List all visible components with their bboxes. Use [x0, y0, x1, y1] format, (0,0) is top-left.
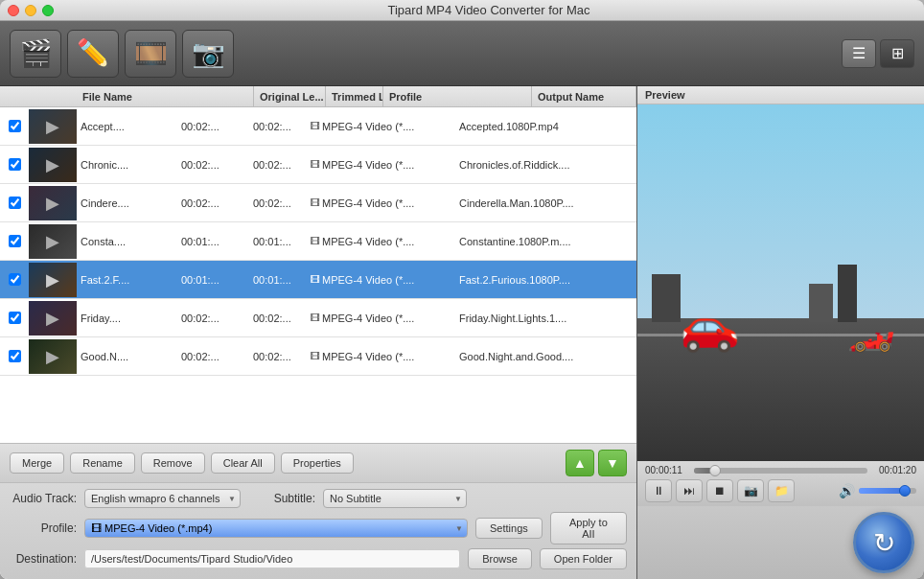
traffic-lights — [8, 5, 54, 16]
profile-select[interactable]: 🎞 MPEG-4 Video (*.mp4) — [84, 519, 468, 538]
rename-button[interactable]: Rename — [70, 452, 135, 474]
toolbar: 🎬 ✏️ 🎞️ 📷 ☰ ⊞ — [0, 21, 924, 86]
cell-output-2: Cinderella.Man.1080P.... — [455, 197, 636, 209]
camera-icon: 📷 — [744, 484, 758, 498]
destination-label: Destination: — [10, 552, 77, 566]
table-row[interactable]: ▶ Cindere.... 00:02:... 00:02:... 🎞MPEG-… — [0, 184, 636, 222]
row-thumbnail-6: ▶ — [29, 339, 77, 374]
cell-original-3: 00:01:... — [177, 236, 249, 247]
browse-button[interactable]: Browse — [468, 548, 532, 569]
audio-track-label: Audio Track: — [10, 492, 77, 505]
row-checkbox-2[interactable] — [0, 197, 29, 209]
edit-button[interactable]: ✏️ — [67, 30, 119, 78]
cell-output-3: Constantine.1080P.m.... — [455, 236, 636, 247]
profile-select-wrapper: 🎞 MPEG-4 Video (*.mp4) — [84, 519, 468, 538]
down-arrow-icon: ▼ — [606, 455, 619, 471]
volume-slider[interactable] — [859, 488, 916, 494]
cell-output-1: Chronicles.of.Riddick.... — [455, 159, 636, 171]
cell-original-2: 00:02:... — [177, 197, 249, 209]
cell-trimmed-0: 00:02:... — [249, 121, 307, 132]
stop-button[interactable]: ⏹ — [706, 479, 733, 502]
maximize-button[interactable] — [42, 5, 54, 16]
bottom-toolbar: Merge Rename Remove Clear All Properties… — [0, 443, 636, 482]
row-checkbox-3[interactable] — [0, 235, 29, 247]
row-thumbnail-5: ▶ — [29, 301, 77, 336]
cell-trimmed-5: 00:02:... — [249, 313, 307, 324]
cell-output-5: Friday.Night.Lights.1.... — [455, 313, 636, 324]
volume-icon: 🔊 — [839, 483, 855, 498]
subtitle-select[interactable]: No Subtitle — [323, 489, 467, 508]
row-checkbox-4[interactable] — [0, 273, 29, 286]
car-scene: 🚗 🏎️ — [637, 104, 924, 461]
clip-button[interactable]: 🎞️ — [125, 30, 176, 78]
convert-button[interactable] — [853, 512, 914, 573]
cell-profile-2: 🎞MPEG-4 Video (*.... — [307, 197, 455, 209]
open-folder-button[interactable]: Open Folder — [540, 548, 627, 569]
folder-icon: 📁 — [774, 484, 789, 498]
row-thumbnail-2: ▶ — [29, 186, 77, 220]
cell-original-5: 00:02:... — [177, 313, 249, 324]
detail-view-button[interactable]: ⊞ — [880, 39, 914, 68]
preview-header: Preview — [637, 86, 924, 104]
destination-row: Destination: /Users/test/Documents/Tipar… — [10, 548, 627, 569]
table-row[interactable]: ▶ Accept.... 00:02:... 00:02:... 🎞MPEG-4… — [0, 107, 636, 146]
cell-trimmed-1: 00:02:... — [249, 159, 307, 171]
clear-all-button[interactable]: Clear All — [211, 452, 275, 474]
properties-button[interactable]: Properties — [281, 452, 354, 474]
add-video-button[interactable]: 🎬 — [10, 30, 61, 78]
col-header-filename: File Name — [77, 86, 254, 106]
pause-button[interactable]: ⏸ — [645, 479, 672, 502]
table-row[interactable]: ▶ Fast.2.F.... 00:01:... 00:01:... 🎞MPEG… — [0, 261, 636, 299]
move-up-button[interactable]: ▲ — [566, 450, 594, 476]
cell-original-4: 00:01:... — [177, 274, 249, 286]
minimize-button[interactable] — [25, 5, 36, 16]
cell-filename-5: Friday.... — [77, 313, 177, 324]
detail-icon: ⊞ — [891, 44, 904, 62]
time-bar: 00:00:11 00:01:20 — [645, 465, 916, 475]
merge-button[interactable]: Merge — [10, 452, 64, 474]
building-3 — [838, 265, 857, 322]
col-header-output: Output Name — [532, 86, 636, 106]
cell-filename-2: Cindere.... — [77, 197, 177, 209]
subtitle-select-wrapper: No Subtitle — [323, 489, 467, 508]
audio-track-select[interactable]: English wmapro 6 channels — [84, 489, 241, 508]
cell-trimmed-6: 00:02:... — [249, 351, 307, 362]
forward-button[interactable]: ⏭ — [676, 479, 703, 502]
table-row[interactable]: ▶ Chronic.... 00:02:... 00:02:... 🎞MPEG-… — [0, 146, 636, 184]
cell-filename-4: Fast.2.F.... — [77, 274, 177, 286]
table-row[interactable]: ▶ Friday.... 00:02:... 00:02:... 🎞MPEG-4… — [0, 299, 636, 337]
list-icon: ☰ — [852, 44, 866, 62]
table-header: File Name Original Le... Trimmed L... Pr… — [0, 86, 636, 107]
snapshot-icon: 📷 — [192, 37, 225, 69]
progress-bar[interactable] — [694, 468, 867, 474]
window-title: Tipard MP4 Video Converter for Mac — [61, 3, 916, 17]
row-checkbox-1[interactable] — [0, 158, 29, 171]
row-checkbox-5[interactable] — [0, 312, 29, 324]
move-down-button[interactable]: ▼ — [598, 450, 627, 476]
preview-area: Preview 🚗 🏎️ 00:00:11 — [636, 86, 924, 579]
titlebar: Tipard MP4 Video Converter for Mac — [0, 0, 924, 21]
col-header-trimmed: Trimmed L... — [326, 86, 383, 106]
table-row[interactable]: ▶ Consta.... 00:01:... 00:01:... 🎞MPEG-4… — [0, 222, 636, 261]
col-header-profile: Profile — [383, 86, 532, 106]
audio-track-row: Audio Track: English wmapro 6 channels S… — [10, 489, 627, 508]
table-row[interactable]: ▶ Good.N.... 00:02:... 00:02:... 🎞MPEG-4… — [0, 337, 636, 376]
cell-output-6: Good.Night.and.Good.... — [455, 351, 636, 362]
building-1 — [652, 274, 681, 322]
apply-to-all-button[interactable]: Apply to AII — [550, 512, 627, 544]
list-view-button[interactable]: ☰ — [842, 39, 876, 68]
open-folder-playback-button[interactable]: 📁 — [768, 479, 795, 502]
row-checkbox-0[interactable] — [0, 120, 29, 132]
snapshot-button[interactable]: 📷 — [182, 30, 234, 78]
row-thumbnail-3: ▶ — [29, 224, 77, 259]
cell-profile-5: 🎞MPEG-4 Video (*.... — [307, 313, 455, 324]
settings-button[interactable]: Settings — [475, 518, 543, 539]
cell-trimmed-2: 00:02:... — [249, 197, 307, 209]
snapshot-playback-button[interactable]: 📷 — [737, 479, 764, 502]
close-button[interactable] — [8, 5, 19, 16]
remove-button[interactable]: Remove — [141, 452, 205, 474]
row-checkbox-6[interactable] — [0, 350, 29, 362]
main-content: File Name Original Le... Trimmed L... Pr… — [0, 86, 924, 579]
cell-output-0: Accepted.1080P.mp4 — [455, 121, 636, 132]
move-buttons: ▲ ▼ — [566, 450, 627, 476]
